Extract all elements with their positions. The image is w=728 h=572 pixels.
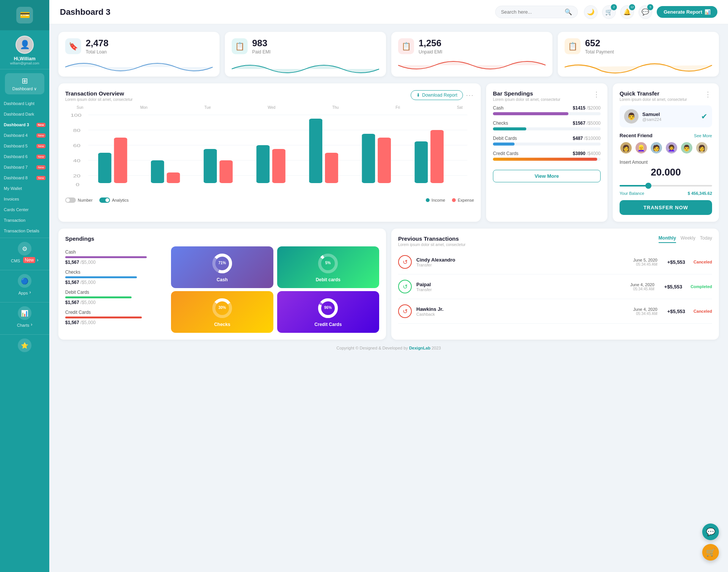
- see-more-link[interactable]: See More: [694, 133, 712, 138]
- sidebar-item-invoices[interactable]: Invoices: [0, 194, 49, 204]
- sidebar-item-dashboard8[interactable]: Dashboard 8 New: [0, 172, 49, 183]
- txn-icon-1: ↺: [398, 255, 412, 269]
- svg-text:96%: 96%: [324, 306, 332, 310]
- svg-rect-21: [362, 134, 375, 183]
- svg-text:100: 100: [71, 113, 82, 118]
- svg-rect-17: [256, 145, 270, 183]
- footer: Copyright © Designed & Developed by Dexi…: [58, 340, 719, 356]
- txn-status-1: Canceled: [693, 260, 712, 264]
- sidebar-item-dashboard-light[interactable]: Dashboard Light: [0, 98, 49, 109]
- sidebar-nav: Dashboard Light Dashboard Dark Dashboard…: [0, 98, 49, 236]
- sidebar-item-transaction-details[interactable]: Transaction Details: [0, 226, 49, 236]
- cms-label: CMS: [11, 259, 20, 263]
- chat-button[interactable]: 💬 5: [639, 5, 652, 19]
- friend-avatars: 👩 👱‍♀️ 🧑 👩‍🦱 👨 👩: [620, 141, 712, 154]
- friend-avatar-1[interactable]: 👩: [620, 141, 632, 154]
- bottom-section: Spendings Cash $1,567 /$5,000 Checks $1,…: [58, 229, 719, 340]
- bell-button[interactable]: 🔔 12: [620, 5, 634, 19]
- txn-name-2: Paipal: [416, 282, 432, 287]
- friend-avatar-5[interactable]: 👨: [680, 141, 693, 154]
- sidebar-item-dashboard4[interactable]: Dashboard 4 New: [0, 130, 49, 141]
- tab-weekly[interactable]: Weekly: [681, 235, 695, 243]
- txn-type-2: Transfer: [416, 287, 432, 292]
- table-row: ↺ Paipal Transfer June 4, 2020 05:34:45 …: [398, 274, 712, 299]
- stat-icon-4: 📋: [565, 38, 581, 54]
- support-fab[interactable]: 💬: [702, 523, 719, 540]
- user-name: Hi,William: [14, 56, 35, 61]
- sidebar-item-dashboard6[interactable]: Dashboard 6 New: [0, 151, 49, 162]
- sidebar-item-transaction[interactable]: Transaction: [0, 215, 49, 226]
- prev-transactions-title: Previous Transactions: [398, 235, 466, 242]
- amount-display: 20.000: [620, 166, 712, 178]
- svg-text:30%: 30%: [218, 306, 226, 310]
- spending-row-debit: Debit Cards $487 /$10000: [493, 136, 601, 146]
- spending-item-debit: Debit Cards $1,567 /$5,000: [65, 290, 167, 305]
- number-toggle[interactable]: [65, 197, 76, 203]
- cart-fab[interactable]: 🛒: [702, 544, 719, 561]
- sidebar-logo: 💳: [0, 0, 49, 30]
- bar-spendings-more[interactable]: ⋮: [593, 90, 601, 99]
- sidebar-item-cards-center[interactable]: Cards Center: [0, 204, 49, 215]
- stat-card-paid-emi: 📋 983 Paid EMI: [225, 32, 386, 77]
- cart-button[interactable]: 🛒 2: [602, 5, 616, 19]
- transaction-tabs: Monthly Weekly Today: [659, 235, 712, 243]
- transfer-now-button[interactable]: TRANSFER NOW: [620, 200, 712, 215]
- svg-rect-11: [98, 153, 111, 183]
- cart-badge: 2: [611, 4, 617, 10]
- analytics-toggle[interactable]: [99, 197, 110, 203]
- amount-slider[interactable]: [620, 185, 712, 186]
- cms-icon[interactable]: ⚙: [18, 242, 31, 255]
- spending-row-checks: Checks $1567 /$5000: [493, 121, 601, 130]
- sidebar-item-my-wallet[interactable]: My Wallet: [0, 183, 49, 194]
- txn-name-3: Hawkins Jr.: [416, 306, 444, 312]
- txn-status-3: Canceled: [693, 309, 712, 313]
- legend-analytics: Analytics: [99, 197, 129, 203]
- search-input[interactable]: [501, 9, 562, 15]
- sidebar-item-dashboard7[interactable]: Dashboard 7 New: [0, 162, 49, 172]
- quick-transfer-more[interactable]: ⋮: [704, 90, 712, 99]
- balance-row: Your Balance $ 456,345.62: [620, 191, 712, 196]
- friend-avatar-3[interactable]: 🧑: [650, 141, 663, 154]
- dashboard-nav-button[interactable]: ⊞ Dashboard ∨: [5, 73, 44, 94]
- svg-rect-13: [151, 160, 164, 183]
- legend-number: Number: [65, 197, 93, 203]
- spendings-grid: Cash $1,567 /$5,000 Checks $1,567 /$5,00…: [65, 246, 379, 333]
- view-more-button[interactable]: View More: [493, 170, 601, 182]
- star-icon[interactable]: ⭐: [18, 338, 31, 352]
- svg-rect-23: [415, 141, 428, 183]
- dark-mode-button[interactable]: 🌙: [584, 5, 598, 19]
- bell-badge: 12: [629, 4, 635, 10]
- sidebar-item-dashboard5[interactable]: Dashboard 5 New: [0, 141, 49, 151]
- tab-today[interactable]: Today: [700, 235, 712, 243]
- tab-monthly[interactable]: Monthly: [659, 235, 676, 243]
- download-report-button[interactable]: ⬇ Download Report: [411, 90, 463, 100]
- svg-text:60: 60: [73, 144, 80, 148]
- cms-arrow: ›: [37, 257, 38, 263]
- search-icon: 🔍: [565, 8, 572, 16]
- prev-transactions-subtitle: Lorem ipsum dolor sit amet, consectetur: [398, 243, 466, 247]
- generate-report-button[interactable]: Generate Report 📊: [657, 6, 717, 18]
- friend-avatar-6[interactable]: 👩: [695, 141, 708, 154]
- friend-avatar-2[interactable]: 👱‍♀️: [635, 141, 648, 154]
- transfer-user-name: Samuel: [642, 111, 661, 117]
- transaction-overview-title: Transaction Overview: [65, 90, 133, 97]
- sidebar-item-dashboard-dark[interactable]: Dashboard Dark: [0, 109, 49, 119]
- svg-text:71%: 71%: [218, 261, 226, 265]
- donut-chart-credit: 96%: [317, 297, 339, 320]
- spendings-card: Spendings Cash $1,567 /$5,000 Checks $1,…: [58, 229, 386, 340]
- txn-type-1: Transfer: [416, 263, 455, 267]
- new-badge: New: [36, 123, 46, 127]
- new-badge: New: [36, 133, 46, 138]
- stat-card-total-payment: 📋 652 Total Payment: [558, 32, 719, 77]
- charts-icon[interactable]: 📊: [18, 306, 31, 320]
- friend-avatar-4[interactable]: 👩‍🦱: [665, 141, 678, 154]
- chart-icon: 📊: [704, 9, 711, 15]
- spending-item-cash: Cash $1,567 /$5,000: [65, 249, 167, 265]
- more-options-icon[interactable]: ···: [466, 91, 474, 99]
- transfer-user-handle: @sam224: [642, 117, 661, 122]
- footer-brand-link[interactable]: DexignLab: [409, 346, 430, 350]
- header-icons: 🌙 🛒 2 🔔 12 💬 5 Generate Report 📊: [584, 5, 717, 19]
- stat-label-3: Unpaid EMI: [419, 49, 442, 55]
- apps-icon[interactable]: 🔵: [18, 274, 31, 288]
- sidebar-item-dashboard3[interactable]: Dashboard 3 New: [0, 119, 49, 130]
